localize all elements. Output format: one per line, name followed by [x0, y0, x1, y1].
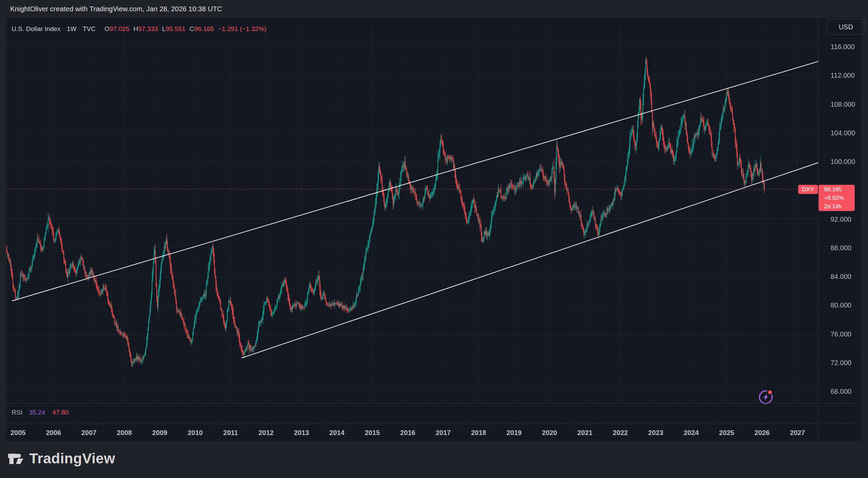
low-value: 95.551 — [166, 25, 185, 32]
high-value: 97.333 — [138, 25, 158, 32]
price-tick-label: 80.000 — [831, 300, 851, 310]
price-tick-label: 88.000 — [831, 243, 851, 253]
last-price-change-pct: +8.92% — [824, 194, 855, 202]
symbol-legend[interactable]: U.S. Dollar Index·1W·TVCO97.025H97.333L9… — [12, 25, 266, 33]
year-tick-label: 2023 — [642, 424, 669, 441]
open-value: 97.025 — [110, 25, 129, 32]
year-tick-label: 2027 — [784, 424, 811, 441]
year-tick-label: 2015 — [359, 424, 386, 441]
rsi-value: 35.24 — [29, 409, 45, 416]
year-tick-label: 2010 — [182, 424, 209, 441]
last-price-label: 96.165 +8.92% 2d 14h — [819, 185, 855, 211]
year-tick-label: 2006 — [40, 424, 67, 441]
year-tick-label: 2007 — [75, 424, 103, 441]
bar-countdown: 2d 14h — [824, 202, 855, 211]
price-tick-label: 116.000 — [831, 42, 855, 51]
tradingview-logo-icon — [7, 450, 25, 467]
ohlc-values: O97.025H97.333L95.551C96.165 — [100, 25, 214, 32]
brand-name: TradingView — [29, 450, 115, 467]
high-key: H — [134, 25, 138, 32]
price-tick-label: 92.000 — [831, 214, 851, 224]
year-tick-label: 2005 — [4, 424, 32, 441]
price-chart-canvas[interactable] — [6, 18, 818, 403]
close-key: C — [189, 25, 194, 32]
snapshot-page: KnightOliver created with TradingView.co… — [0, 0, 868, 478]
price-pane[interactable]: U.S. Dollar Index·1W·TVCO97.025H97.333L9… — [6, 18, 818, 403]
year-tick-label: 2025 — [713, 424, 740, 441]
open-key: O — [105, 25, 110, 32]
price-tick-label: 104.000 — [831, 128, 855, 138]
price-tick-label: 84.000 — [831, 272, 851, 281]
year-tick-label: 2011 — [217, 424, 244, 441]
year-tick-label: 2020 — [536, 424, 563, 441]
price-tick-label: 112.000 — [831, 71, 855, 80]
rsi-label[interactable]: RSI — [12, 409, 22, 416]
year-tick-label: 2018 — [465, 424, 492, 441]
legend-separator: · — [78, 25, 80, 32]
legend-separator: · — [63, 25, 65, 32]
year-tick-label: 2009 — [146, 424, 173, 441]
price-axis[interactable]: USD 116.000112.000108.000104.000100.0009… — [818, 18, 862, 441]
year-tick-label: 2016 — [394, 424, 421, 441]
time-axis[interactable]: 2005200620072008200920102011201220132014… — [6, 424, 861, 441]
footer-brand[interactable]: TradingView — [7, 450, 115, 467]
close-value: 96.165 — [194, 25, 214, 32]
change-value: −1.291 (−1.32%) — [218, 25, 266, 32]
symbol-title[interactable]: U.S. Dollar Index — [12, 25, 61, 32]
year-tick-label: 2014 — [323, 424, 351, 441]
year-tick-label: 2021 — [571, 424, 599, 441]
rsi-pane[interactable]: RSI 35.24 47.80 — [6, 403, 818, 424]
chart-widget: U.S. Dollar Index·1W·TVCO97.025H97.333L9… — [6, 18, 861, 441]
last-price-value: 96.165 — [824, 185, 855, 194]
low-key: L — [162, 25, 166, 32]
price-tick-label: 68.000 — [831, 387, 851, 396]
year-tick-label: 2026 — [748, 424, 776, 441]
symbol-price-tag: DXY — [798, 185, 818, 194]
year-tick-label: 2017 — [430, 424, 457, 441]
year-tick-label: 2022 — [607, 424, 634, 441]
year-tick-label: 2008 — [111, 424, 138, 441]
price-tick-label: 100.000 — [831, 157, 855, 166]
rsi-ma-value: 47.80 — [52, 409, 69, 416]
exchange-label[interactable]: TVC — [83, 25, 96, 32]
year-tick-label: 2013 — [288, 424, 315, 441]
rsi-legend[interactable]: RSI 35.24 47.80 — [12, 409, 68, 416]
attribution-text: KnightOliver created with TradingView.co… — [10, 5, 222, 13]
price-tick-label: 108.000 — [831, 100, 855, 109]
price-tick-label: 76.000 — [831, 329, 851, 339]
price-tick-label: 72.000 — [831, 358, 851, 368]
currency-usd-button[interactable]: USD — [826, 19, 865, 35]
year-tick-label: 2019 — [500, 424, 528, 441]
year-tick-label: 2024 — [678, 424, 705, 441]
interval-label[interactable]: 1W — [67, 25, 77, 32]
year-tick-label: 2012 — [252, 424, 280, 441]
